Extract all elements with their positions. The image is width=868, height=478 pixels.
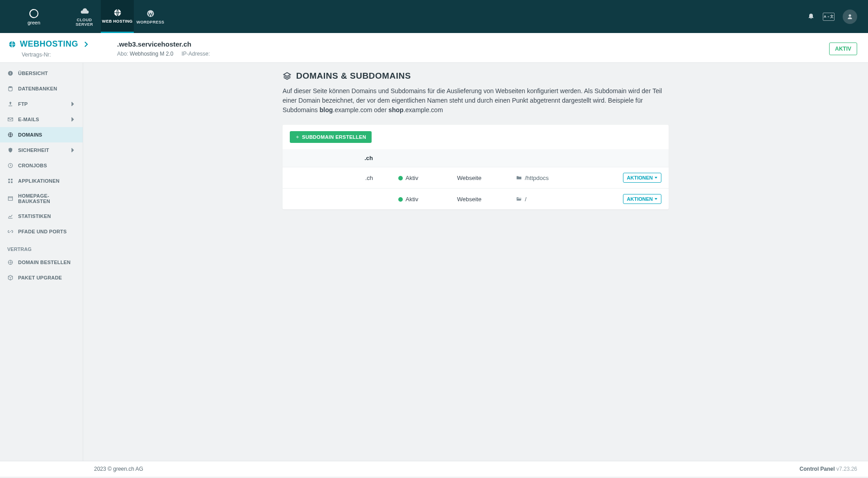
sidebar-item-databases[interactable]: DATENBANKEN bbox=[0, 81, 83, 96]
abo-value: Webhosting M 2.0 bbox=[130, 51, 174, 57]
chevron-right-icon bbox=[82, 40, 90, 48]
bell-icon[interactable] bbox=[807, 12, 815, 21]
brand-text: green bbox=[28, 20, 40, 25]
svg-rect-12 bbox=[8, 181, 10, 183]
section-title-text: WEBHOSTING bbox=[20, 39, 78, 49]
svg-rect-6 bbox=[10, 72, 10, 72]
sidebar-item-label: CRONJOBS bbox=[18, 163, 47, 168]
sidebar-item-emails[interactable]: E-MAILS bbox=[0, 112, 83, 127]
cell-type: Webseite bbox=[450, 167, 509, 189]
svg-rect-11 bbox=[11, 179, 13, 180]
tab-cloud-server[interactable]: CLOUD SERVER bbox=[68, 0, 101, 33]
tab-wordpress[interactable]: WORDPRESS bbox=[134, 0, 167, 33]
row-actions-button[interactable]: AKTIONEN bbox=[623, 194, 661, 204]
clock-icon bbox=[7, 162, 14, 169]
create-subdomain-label: SUBDOMAIN ERSTELLEN bbox=[302, 134, 366, 140]
sidebar-item-security[interactable]: SICHERHEIT bbox=[0, 142, 83, 158]
layout-icon bbox=[7, 195, 14, 202]
language-switcher[interactable]: A 文 bbox=[823, 13, 835, 21]
database-icon bbox=[7, 85, 14, 92]
brand-logo[interactable]: green bbox=[0, 0, 68, 33]
footer-version: v7.23.26 bbox=[836, 466, 857, 472]
nav-right: A 文 bbox=[807, 0, 868, 33]
footer-copyright: 2023 © green.ch AG bbox=[94, 466, 143, 472]
top-nav: green CLOUD SERVER WEB HOSTING WORDPRESS… bbox=[0, 0, 868, 33]
svg-rect-14 bbox=[8, 197, 12, 200]
user-avatar[interactable] bbox=[843, 9, 857, 24]
group-domain: .ch bbox=[283, 149, 391, 167]
lang-from: A bbox=[824, 14, 826, 19]
sidebar-item-label: HOMEPAGE-BAUKASTEN bbox=[18, 193, 75, 204]
globe-icon bbox=[8, 40, 16, 48]
sidebar-item-label: DOMAIN BESTELLEN bbox=[18, 260, 71, 265]
svg-rect-5 bbox=[10, 73, 10, 75]
user-icon bbox=[846, 13, 854, 20]
sidebar-item-label: STATISTIKEN bbox=[18, 213, 51, 219]
svg-point-7 bbox=[9, 86, 12, 88]
section-title[interactable]: WEBHOSTING bbox=[8, 39, 90, 49]
page-title: DOMAINS & SUBDOMAINS bbox=[283, 71, 669, 81]
apps-icon bbox=[7, 178, 14, 184]
wordpress-icon bbox=[146, 9, 155, 18]
chevron-right-icon bbox=[69, 116, 75, 123]
caret-down-icon bbox=[655, 198, 657, 200]
sub-header: WEBHOSTING Vertrags-Nr: .web3.servicehos… bbox=[0, 33, 868, 63]
tab-label: CLOUD SERVER bbox=[68, 18, 101, 27]
status-dot-icon bbox=[398, 176, 403, 180]
create-subdomain-button[interactable]: SUBDOMAIN ERSTELLEN bbox=[290, 131, 372, 143]
sidebar-item-label: ÜBERSICHT bbox=[18, 71, 48, 76]
table-group-header: .ch bbox=[283, 149, 669, 167]
sidebar-item-label: DOMAINS bbox=[18, 132, 42, 137]
cell-path: / bbox=[516, 196, 609, 203]
sidebar-item-ftp[interactable]: FTP bbox=[0, 96, 83, 112]
cell-domain bbox=[283, 189, 391, 210]
page-title-text: DOMAINS & SUBDOMAINS bbox=[296, 71, 411, 81]
domains-panel: SUBDOMAIN ERSTELLEN .ch .ch Aktiv Websei… bbox=[283, 125, 669, 209]
mail-icon bbox=[7, 116, 14, 123]
sidebar: ÜBERSICHT DATENBANKEN FTP E-MAILS DOMAIN… bbox=[0, 63, 83, 461]
sidebar-item-applications[interactable]: APPLIKATIONEN bbox=[0, 173, 83, 189]
table-row: Aktiv Webseite / AKTIONEN bbox=[283, 189, 669, 210]
sidebar-item-label: SICHERHEIT bbox=[18, 147, 49, 153]
package-icon bbox=[7, 274, 14, 281]
action-label: AKTIONEN bbox=[627, 196, 653, 202]
cell-status: Aktiv bbox=[391, 189, 450, 210]
link-icon bbox=[7, 228, 14, 235]
domains-table: .ch .ch Aktiv Webseite /httpdocs AKTIONE… bbox=[283, 149, 669, 209]
sidebar-item-cronjobs[interactable]: CRONJOBS bbox=[0, 158, 83, 173]
globe-icon bbox=[113, 8, 122, 17]
chevron-right-icon bbox=[69, 101, 75, 107]
content-area: DOMAINS & SUBDOMAINS Auf dieser Seite kö… bbox=[83, 63, 868, 461]
sidebar-item-label: APPLIKATIONEN bbox=[18, 178, 60, 184]
sidebar-item-stats[interactable]: STATISTIKEN bbox=[0, 208, 83, 224]
table-row: .ch Aktiv Webseite /httpdocs AKTIONEN bbox=[283, 167, 669, 189]
sidebar-item-overview[interactable]: ÜBERSICHT bbox=[0, 66, 83, 81]
sidebar-item-label: DATENBANKEN bbox=[18, 86, 57, 91]
cell-type: Webseite bbox=[450, 189, 509, 210]
sidebar-item-upgrade[interactable]: PAKET UPGRADE bbox=[0, 270, 83, 285]
sidebar-item-paths-ports[interactable]: PFADE UND PORTS bbox=[0, 224, 83, 239]
sidebar-item-sitebuilder[interactable]: HOMEPAGE-BAUKASTEN bbox=[0, 189, 83, 208]
ip-label: IP-Adresse: bbox=[182, 51, 210, 57]
row-actions-button[interactable]: AKTIONEN bbox=[623, 173, 661, 183]
hostname: .web3.servicehoster.ch bbox=[117, 39, 210, 48]
action-label: AKTIONEN bbox=[627, 175, 653, 180]
cell-domain: .ch bbox=[283, 167, 391, 189]
cloud-icon bbox=[80, 7, 89, 16]
brand-icon bbox=[28, 8, 39, 19]
footer: 2023 © green.ch AG Control Panel v7.23.2… bbox=[0, 461, 868, 477]
abo-label: Abo: bbox=[117, 51, 128, 57]
sidebar-item-order-domain[interactable]: DOMAIN BESTELLEN bbox=[0, 255, 83, 270]
sidebar-item-label: PFADE UND PORTS bbox=[18, 229, 67, 234]
status-dot-icon bbox=[398, 197, 403, 202]
tab-web-hosting[interactable]: WEB HOSTING bbox=[101, 0, 134, 33]
sidebar-item-domains[interactable]: DOMAINS bbox=[0, 127, 83, 142]
cell-path: /httpdocs bbox=[516, 175, 609, 181]
upload-icon bbox=[7, 101, 14, 107]
caret-down-icon bbox=[655, 177, 657, 179]
svg-rect-10 bbox=[8, 179, 10, 180]
intro-text: Auf dieser Seite können Domains und Subd… bbox=[283, 86, 669, 115]
layers-icon bbox=[283, 71, 292, 80]
lang-to: 文 bbox=[830, 14, 834, 19]
folder-icon bbox=[516, 175, 522, 181]
